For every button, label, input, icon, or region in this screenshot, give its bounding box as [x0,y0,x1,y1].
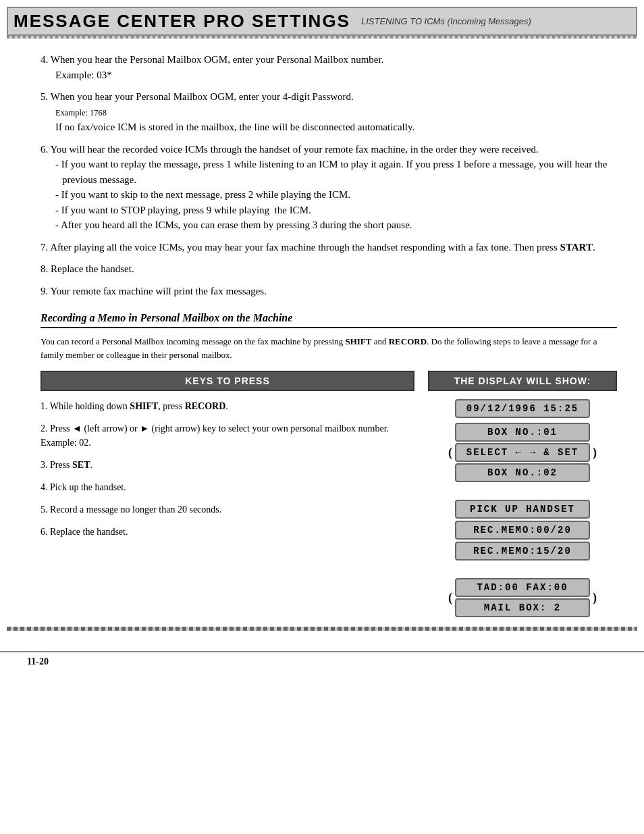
page-number: 11-20 [27,656,49,667]
display-tad-fax: TAD:00 FAX:00 [455,578,590,597]
section-heading: Recording a Memo in Personal Mailbox on … [41,312,617,328]
page-content: 4. When you hear the Personal Mailbox OG… [0,45,644,627]
bullet-3: - If you want to STOP playing, press 9 w… [55,203,617,218]
step-6: 6. Replace the handset. [41,525,414,539]
header-border [7,36,637,38]
list-item-4: 4. When you hear the Personal Mailbox OG… [41,52,617,82]
arrow-right-2-icon: ) [593,591,597,605]
display-group-inner: BOX NO.:01 SELECT ← → & SET BOX NO.:02 [455,423,590,482]
arrow-left-icon: ( [448,446,452,460]
left-col-header: KEYS TO PRESS [41,371,414,391]
display-box-no-02: BOX NO.:02 [455,463,590,482]
step-4: 4. Pick up the handset. [41,480,414,494]
step-5: 5. Record a message no longer than 20 se… [41,502,414,517]
main-title: MESSAGE CENTER PRO SETTINGS [14,11,350,32]
list-item-5: 5. When you hear your Personal Mailbox O… [41,89,617,135]
item-number: 7. [41,242,50,253]
two-column-section: KEYS TO PRESS 1. While holding down SHIF… [41,371,617,620]
step-2: 2. Press ◄ (left arrow) or ► (right arro… [41,421,414,450]
left-column: KEYS TO PRESS 1. While holding down SHIF… [41,371,414,620]
list-item-7: 7. After playing all the voice ICMs, you… [41,240,617,255]
list-item-6: 6. You will hear the recorded voice ICMs… [41,142,617,233]
arrow-right-icon: ) [593,446,597,460]
right-col-header: THE DISPLAY WILL SHOW: [428,371,617,391]
step-1: 1. While holding down SHIFT, press RECOR… [41,399,414,413]
bullet-1: - If you want to replay the message, pre… [55,157,617,187]
footer: 11-20 [0,651,644,671]
item-note: If no fax/voice ICM is stored in the mai… [55,120,617,135]
display-group-tad-inner: TAD:00 FAX:00 MAIL BOX: 2 [455,578,590,617]
step-3: 3. Press SET. [41,458,414,472]
display-box-no-01: BOX NO.:01 [455,423,590,442]
item-text: When you hear the Personal Mailbox OGM, … [51,54,384,65]
item-number: 4. [41,54,51,65]
display-group-box01: ( BOX NO.:01 SELECT ← → & SET BOX NO.:02… [448,423,597,482]
arrow-left-2-icon: ( [448,591,452,605]
item-number: 9. [41,286,50,296]
item-number: 8. [41,263,51,274]
page-header: MESSAGE CENTER PRO SETTINGS LISTENING TO… [7,7,637,36]
item-text: You will hear the recorded voice ICMs th… [50,144,538,155]
item-number: 6. [41,144,50,155]
item-number: 5. [41,91,51,102]
display-select: SELECT ← → & SET [455,443,590,462]
list-item-9: 9. Your remote fax machine will print th… [41,284,617,299]
right-column: THE DISPLAY WILL SHOW: 09/12/1996 15:25 … [428,371,617,620]
display-pick-up: PICK UP HANDSET [455,500,590,519]
bullet-2: - If you want to skip to the next messag… [55,187,617,203]
item-text: When you hear your Personal Mailbox OGM,… [51,91,354,102]
display-date-time: 09/12/1996 15:25 [455,399,590,418]
item-text: After playing all the voice ICMs, you ma… [50,242,595,253]
section-intro: You can record a Personal Mailbox incomi… [41,335,617,361]
footer-dashed [7,627,637,631]
bullet-4: - After you heard all the ICMs, you can … [55,217,617,233]
display-mail-box: MAIL BOX: 2 [455,598,590,617]
sub-title: LISTENING TO ICMs (Incoming Messages) [361,16,531,26]
display-rec-memo-1: REC.MEMO:00/20 [455,521,590,540]
item-example: Example: 1768 [55,105,617,120]
display-boxes: 09/12/1996 15:25 ( BOX NO.:01 SELECT ← →… [428,399,617,620]
item-example: Example: 03* [55,68,617,83]
display-rec-memo-2: REC.MEMO:15/20 [455,542,590,561]
item-text: Your remote fax machine will print the f… [50,286,266,296]
item-text: Replace the handset. [51,263,134,274]
display-group-tad: ( TAD:00 FAX:00 MAIL BOX: 2 ) [448,578,597,617]
list-item-8: 8. Replace the handset. [41,261,617,277]
